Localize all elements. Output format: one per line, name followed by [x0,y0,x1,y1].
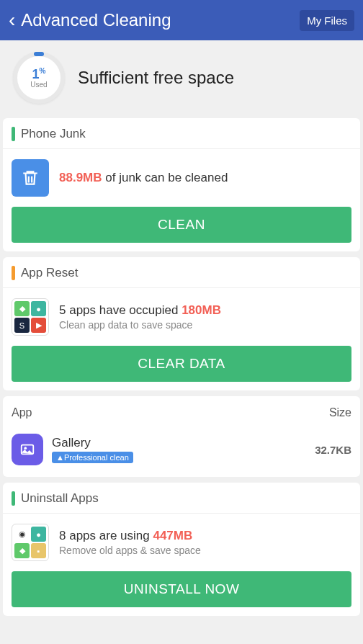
phone-junk-card: Phone Junk 88.9MB of junk can be cleaned… [3,118,360,251]
uninstall-card: Uninstall Apps ◉ ● ◆ ▪ 8 apps are using … [3,483,360,616]
app-reset-sub: Clean app data to save space [59,319,351,331]
divider [3,513,360,514]
divider [3,148,360,149]
app-reset-text: 5 apps have occupied 180MB Clean app dat… [59,303,351,331]
app-reset-title: App Reset [21,266,78,280]
trash-icon [12,159,49,197]
phone-junk-description: 88.9MB of junk can be cleaned [59,171,228,184]
svg-point-1 [24,447,27,450]
accent-bar [12,127,15,141]
uninstall-description: 8 apps are using 447MB [59,529,351,543]
app-reset-header: App Reset [12,266,351,280]
apps-grid-icon: ◆ ● S ▶ [12,298,49,336]
professional-clean-badge: ▲Professional clean [52,452,133,463]
apps-grid-icon: ◉ ● ◆ ▪ [12,524,49,561]
uninstall-title: Uninstall Apps [21,491,99,506]
app-reset-row: ◆ ● S ▶ 5 apps have occupied 180MB Clean… [12,298,351,336]
uninstall-row: ◉ ● ◆ ▪ 8 apps are using 447MB Remove ol… [12,524,351,561]
app-reset-card: App Reset ◆ ● S ▶ 5 apps have occupied 1… [3,257,360,390]
app-list-header: App Size [3,396,360,426]
header-left: ‹ Advanced Cleaning [9,9,171,32]
my-files-button[interactable]: My Files [300,10,354,31]
clear-data-button[interactable]: CLEAR DATA [12,346,351,382]
uninstall-header: Uninstall Apps [12,491,351,506]
col-app: App [12,406,32,419]
uninstall-now-button[interactable]: UNINSTALL NOW [12,571,351,607]
app-header: ‹ Advanced Cleaning My Files [0,0,363,40]
phone-junk-title: Phone Junk [21,127,86,141]
gallery-icon [12,434,43,465]
clean-button[interactable]: CLEAN [12,207,351,243]
app-list-card: App Size Gallery ▲Professional clean 32.… [3,396,360,477]
app-reset-description: 5 apps have occupied 180MB [59,303,351,318]
phone-junk-row: 88.9MB of junk can be cleaned [12,159,351,197]
app-name: Gallery [52,436,306,450]
page-title: Advanced Cleaning [21,10,171,30]
usage-percent: 1% [32,67,46,82]
phone-junk-header: Phone Junk [12,127,351,141]
phone-junk-text: 88.9MB of junk can be cleaned [59,171,351,185]
app-info: Gallery ▲Professional clean [52,436,306,463]
storage-summary: 1% Used Sufficient free space [0,40,363,115]
back-icon[interactable]: ‹ [9,9,15,32]
uninstall-text: 8 apps are using 447MB Remove old apps &… [59,529,351,556]
col-size: Size [329,406,351,419]
app-size: 32.7KB [315,444,351,456]
accent-bar [12,266,15,280]
accent-bar [12,491,15,506]
uninstall-sub: Remove old apps & save space [59,545,351,556]
summary-title: Sufficient free space [78,68,234,88]
divider [3,287,360,288]
usage-gauge: 1% Used [13,52,65,104]
usage-label: Used [30,81,47,89]
list-item[interactable]: Gallery ▲Professional clean 32.7KB [3,426,360,477]
